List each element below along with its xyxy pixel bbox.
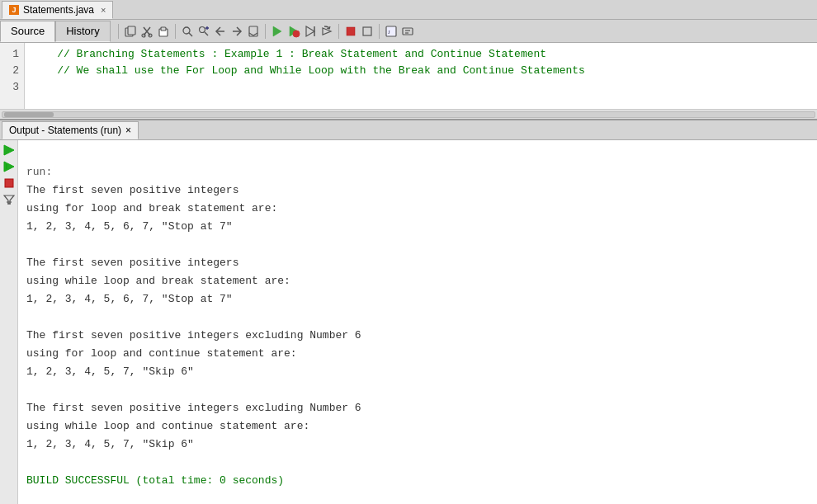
- debug-run-icon: [287, 25, 300, 38]
- output-line-1: The first seven positive integers using …: [26, 184, 361, 450]
- output-stop-btn[interactable]: [2, 177, 16, 190]
- back-icon: [214, 25, 227, 38]
- line-num-1: 1: [5, 46, 19, 63]
- toolbar-btn-3[interactable]: [156, 24, 171, 39]
- svg-text:J: J: [388, 29, 390, 35]
- find-replace-icon: [197, 25, 210, 38]
- code-editor: 1 2 3 // Branching Statements : Example …: [0, 43, 817, 109]
- toolbar-btn-12[interactable]: [319, 24, 334, 39]
- svg-rect-19: [363, 27, 371, 35]
- output-rerun-btn[interactable]: [2, 160, 16, 173]
- copy-icon: [124, 25, 137, 38]
- tab-source[interactable]: Source: [0, 21, 55, 42]
- toolbar-separator-4: [338, 24, 339, 39]
- output-body: run: The first seven positive integers u…: [0, 140, 817, 504]
- svg-marker-26: [4, 162, 14, 172]
- toolbar-btn-5[interactable]: [196, 24, 211, 39]
- output-tab-label: Output - Statements (run): [9, 125, 121, 136]
- output-run-btn[interactable]: [2, 144, 16, 157]
- line-numbers: 1 2 3: [0, 43, 25, 109]
- stop-icon-2: [361, 25, 374, 38]
- toolbar-btn-4[interactable]: [180, 24, 195, 39]
- editor-panel: J Statements.java × Source History: [0, 0, 817, 120]
- source-history-bar: Source History: [0, 20, 817, 43]
- step-over-icon: [320, 25, 333, 38]
- step-into-icon: [304, 25, 317, 38]
- cut-icon: [140, 25, 153, 38]
- output-tab-bar: Output - Statements (run) ×: [0, 120, 817, 140]
- svg-rect-22: [403, 28, 413, 35]
- output-text: run: The first seven positive integers u…: [18, 140, 817, 504]
- java-icon: J: [9, 5, 19, 15]
- run-again-icon: [3, 144, 15, 156]
- output-icon: [401, 25, 414, 38]
- toolbar-separator-5: [379, 24, 380, 39]
- toolbar-btn-11[interactable]: [303, 24, 318, 39]
- svg-marker-25: [4, 145, 14, 155]
- svg-rect-28: [5, 179, 13, 187]
- stop-icon: [344, 25, 357, 38]
- toolbar-btn-14[interactable]: [360, 24, 375, 39]
- output-line-run: run:: [26, 166, 52, 178]
- svg-rect-5: [161, 27, 166, 31]
- rerun-icon: [3, 161, 15, 172]
- output-tab-close[interactable]: ×: [125, 125, 131, 136]
- filter-icon: [3, 194, 15, 205]
- output-build-success: BUILD SUCCESSFUL (total time: 0 seconds): [26, 474, 284, 487]
- toolbar-separator-2: [175, 24, 176, 39]
- toolbar-btn-13[interactable]: [343, 24, 358, 39]
- toolbar-btn-9[interactable]: [270, 24, 285, 39]
- svg-marker-12: [273, 26, 281, 36]
- toolbar-btn-15[interactable]: J: [384, 24, 399, 39]
- svg-point-14: [293, 31, 300, 37]
- toggle-bookmark-icon: [247, 25, 260, 38]
- svg-marker-15: [306, 26, 314, 36]
- svg-rect-1: [128, 26, 135, 35]
- horizontal-scrollbar[interactable]: [0, 109, 817, 119]
- toolbar-btn-6[interactable]: [213, 24, 228, 39]
- toolbar-btn-1[interactable]: [123, 24, 138, 39]
- file-tab-bar: J Statements.java ×: [0, 0, 817, 20]
- file-tab-label: Statements.java: [23, 4, 94, 16]
- toolbar-separator-3: [265, 24, 266, 39]
- output-filter-btn[interactable]: [2, 193, 16, 206]
- line-num-2: 2: [5, 63, 19, 79]
- svg-rect-18: [347, 27, 355, 35]
- run-icon: [271, 25, 284, 38]
- code-content[interactable]: // Branching Statements : Example 1 : Br…: [25, 43, 817, 109]
- toolbar-separator: [118, 24, 119, 39]
- line-num-3: 3: [5, 79, 19, 96]
- forward-icon: [230, 25, 243, 38]
- paste-icon: [157, 25, 170, 38]
- stop-output-icon: [3, 177, 15, 189]
- output-panel: Output - Statements (run) ×: [0, 120, 817, 504]
- output-sidebar: [0, 140, 18, 504]
- javadoc-icon: J: [385, 25, 398, 38]
- scrollbar-thumb[interactable]: [4, 112, 54, 117]
- toolbar: J: [111, 24, 817, 39]
- tab-history[interactable]: History: [55, 21, 110, 42]
- output-tab[interactable]: Output - Statements (run) ×: [2, 121, 139, 139]
- svg-rect-11: [249, 26, 257, 36]
- toolbar-btn-8[interactable]: [246, 24, 261, 39]
- svg-line-7: [189, 33, 192, 36]
- toolbar-btn-10[interactable]: [286, 24, 301, 39]
- file-tab-close[interactable]: ×: [101, 5, 106, 15]
- file-tab[interactable]: J Statements.java ×: [2, 1, 113, 19]
- toolbar-btn-7[interactable]: [229, 24, 244, 39]
- search-icon: [181, 25, 194, 38]
- scrollbar-track[interactable]: [2, 111, 815, 118]
- svg-point-6: [183, 27, 190, 34]
- toolbar-btn-2[interactable]: [139, 24, 154, 39]
- toolbar-btn-16[interactable]: [400, 24, 415, 39]
- svg-point-8: [199, 26, 205, 32]
